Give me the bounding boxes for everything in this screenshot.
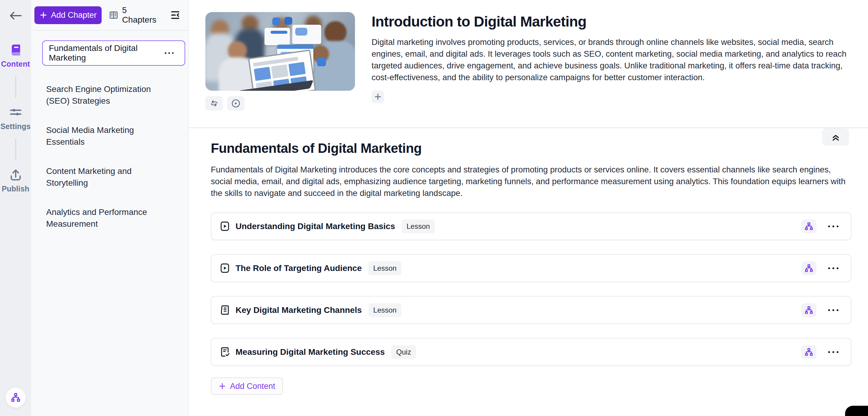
thumbnail-actions — [206, 96, 355, 110]
content-item-row[interactable]: Measuring Digital Marketing Success Quiz — [211, 338, 851, 366]
arrow-left-icon — [9, 11, 22, 20]
collapse-panel-button[interactable] — [168, 7, 183, 23]
ellipsis-icon — [827, 225, 839, 228]
course-title: Introduction to Digital Marketing — [372, 14, 851, 30]
course-description: Digital marketing involves promoting pro… — [372, 36, 851, 83]
regenerate-thumbnail-button[interactable] — [206, 96, 223, 110]
ellipsis-icon — [827, 350, 839, 354]
course-header: Introduction to Digital Marketing Digita… — [189, 0, 868, 128]
ellipsis-icon — [827, 309, 839, 312]
content-item-row[interactable]: The Role of Targeting Audience Lesson — [211, 254, 851, 282]
sitemap-icon — [804, 222, 813, 231]
notebook-icon — [218, 305, 231, 316]
floating-widget[interactable] — [845, 406, 868, 416]
thumbnail-column — [206, 12, 355, 128]
sitemap-button[interactable] — [801, 261, 816, 275]
sitemap-button[interactable] — [801, 345, 816, 359]
section-divider-wrap — [189, 128, 868, 128]
sliders-icon — [9, 106, 22, 119]
chapter-item-title: Fundamentals of Digital Marketing — [49, 43, 162, 63]
chapter-count-label: 5 Chapters — [122, 5, 160, 25]
content-item-badge: Quiz — [392, 345, 416, 359]
chapter-list: Fundamentals of Digital Marketing Search… — [31, 31, 188, 230]
section-divider — [189, 128, 868, 128]
add-chapter-label: Add Chapter — [51, 10, 97, 20]
chapter-menu-button[interactable] — [162, 49, 177, 57]
rail-footer — [0, 388, 31, 408]
upload-icon — [9, 168, 22, 182]
left-rail: Content Settings Publish — [0, 0, 31, 416]
collapse-panel-icon — [169, 9, 181, 21]
content-item-row[interactable]: Key Digital Marketing Channels Lesson — [211, 296, 851, 324]
sitemap-floating-button[interactable] — [6, 388, 26, 408]
ellipsis-icon — [164, 52, 174, 55]
chapter-item[interactable]: Content Marketing and Storytelling — [42, 165, 173, 189]
sitemap-icon — [804, 348, 813, 357]
quiz-icon — [218, 346, 231, 357]
sitemap-button[interactable] — [801, 303, 816, 317]
book-icon — [9, 43, 22, 57]
chapter-item[interactable]: Social Media Marketing Essentials — [42, 124, 173, 148]
rail-nav: Content Settings Publish — [0, 43, 31, 193]
plus-icon — [39, 11, 48, 19]
sidebar-item-publish[interactable]: Publish — [0, 168, 31, 193]
sitemap-button[interactable] — [801, 220, 816, 233]
chapter-section-description: Fundamentals of Digital Marketing introd… — [211, 164, 850, 199]
sitemap-icon — [804, 306, 813, 315]
content-item-badge: Lesson — [402, 220, 435, 233]
course-text-column: Introduction to Digital Marketing Digita… — [372, 12, 851, 128]
item-menu-button[interactable] — [825, 222, 842, 231]
sidebar-item-content-label: Content — [1, 60, 30, 68]
sitemap-icon — [804, 264, 813, 273]
ellipsis-icon — [827, 266, 839, 270]
chapter-section-title: Fundamentals of Digital Marketing — [211, 141, 851, 156]
content-item-badge: Lesson — [368, 261, 401, 275]
video-lesson-icon — [218, 262, 231, 274]
add-block-button[interactable] — [372, 90, 384, 103]
main-content: Introduction to Digital Marketing Digita… — [189, 0, 868, 416]
chapter-count: 5 Chapters — [109, 5, 160, 25]
rail-divider — [15, 139, 16, 160]
item-menu-button[interactable] — [825, 348, 842, 356]
chapter-section: Fundamentals of Digital Marketing Fundam… — [189, 128, 868, 395]
chapters-panel: Add Chapter 5 Chapters Fundamentals of D… — [31, 0, 189, 416]
content-item-title: Understanding Digital Marketing Basics — [236, 222, 395, 231]
app-window: Content Settings Publish — [0, 0, 868, 416]
content-list: Understanding Digital Marketing Basics L… — [211, 212, 851, 366]
content-item-title: Measuring Digital Marketing Success — [236, 347, 385, 357]
sidebar-item-publish-label: Publish — [2, 185, 30, 193]
content-item-row[interactable]: Understanding Digital Marketing Basics L… — [211, 212, 851, 240]
item-menu-button[interactable] — [825, 264, 842, 273]
content-item-title: Key Digital Marketing Channels — [236, 306, 362, 315]
chapter-item[interactable]: Analytics and Performance Measurement — [42, 206, 173, 230]
regenerate-icon — [210, 99, 219, 108]
play-circle-icon — [231, 99, 241, 108]
add-content-button[interactable]: Add Content — [211, 377, 283, 395]
back-button[interactable] — [7, 9, 24, 22]
open-book-icon — [109, 10, 119, 20]
preview-video-button[interactable] — [227, 96, 245, 110]
content-item-title: The Role of Targeting Audience — [236, 263, 362, 273]
chevrons-up-icon — [831, 132, 841, 142]
sitemap-icon — [10, 392, 21, 403]
rail-divider — [15, 76, 16, 98]
video-lesson-icon — [218, 221, 231, 232]
chapters-panel-header: Add Chapter 5 Chapters — [31, 0, 188, 31]
sidebar-item-settings-label: Settings — [0, 122, 30, 131]
content-item-badge: Lesson — [369, 303, 401, 317]
item-menu-button[interactable] — [825, 306, 842, 314]
chapter-item-active[interactable]: Fundamentals of Digital Marketing — [42, 40, 185, 66]
sidebar-item-content[interactable]: Content — [0, 43, 31, 68]
plus-icon — [374, 93, 382, 101]
plus-icon — [218, 382, 226, 390]
add-content-label: Add Content — [230, 382, 275, 391]
sidebar-item-settings[interactable]: Settings — [0, 106, 31, 131]
chapter-item[interactable]: Search Engine Optimization (SEO) Strateg… — [42, 83, 173, 107]
course-thumbnail[interactable] — [206, 12, 355, 91]
add-chapter-button[interactable]: Add Chapter — [34, 6, 102, 24]
collapse-section-button[interactable] — [822, 128, 849, 146]
